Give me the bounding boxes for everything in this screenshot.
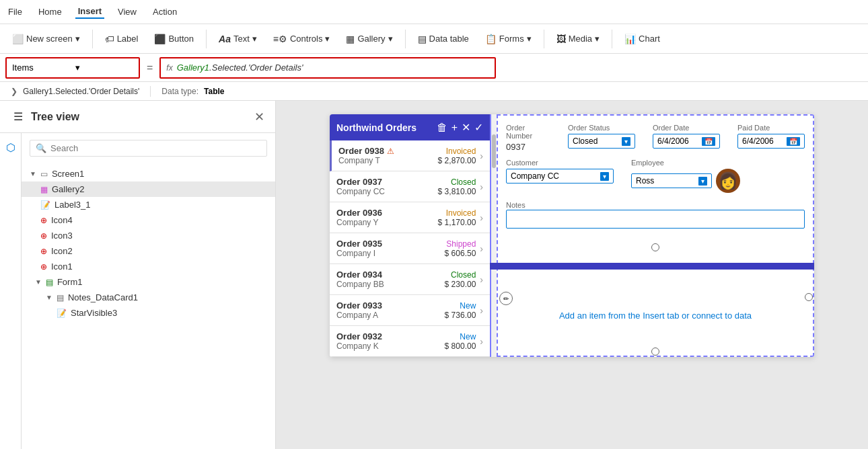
gallery-item-0932-info: Order 0932 Company K <box>336 331 429 351</box>
order-0938-name: Order 0938 <box>338 146 384 156</box>
tree-item-form1[interactable]: ▼ ▤ Form1 <box>22 274 275 290</box>
media-button[interactable]: 🖼 Media ▾ <box>550 31 606 47</box>
form1-label: Form1 <box>57 277 83 287</box>
order-date-input[interactable]: 6/4/2006 📅 <box>653 134 720 149</box>
app-canvas: Northwind Orders 🗑 + ✕ ✓ Ord <box>330 114 814 357</box>
gallery-item-0938-title: Order 0938 ⚠ <box>338 146 429 156</box>
tree-item-icon1[interactable]: ⊕ Icon1 <box>22 259 275 274</box>
search-input[interactable] <box>50 143 261 153</box>
label-button[interactable]: 🏷 Label <box>98 31 145 47</box>
paid-date-input[interactable]: 6/4/2006 📅 <box>737 134 805 149</box>
chart-button[interactable]: 📊 Chart <box>618 31 667 47</box>
gallery-item-0932-right: New $ 800.00 <box>429 332 476 351</box>
tree-item-starvisible[interactable]: 📝 StarVisible3 <box>22 305 275 321</box>
gallery-item-0933-info: Order 0933 Company A <box>336 300 429 320</box>
order-status-input[interactable]: Closed ▾ <box>568 134 635 149</box>
media-btn-label: Media <box>569 34 592 44</box>
new-screen-dropdown-icon: ▾ <box>75 34 80 44</box>
order-0937-amount: $ 3,810.00 <box>438 187 476 196</box>
new-screen-button[interactable]: ⬜ New screen ▾ <box>5 31 87 47</box>
gallery-header-actions: 🗑 + ✕ ✓ <box>437 121 483 134</box>
menu-home[interactable]: Home <box>36 5 65 18</box>
icon3-label: Icon3 <box>51 231 73 241</box>
order-date-cal-icon: 📅 <box>702 137 715 146</box>
button-button[interactable]: ⬛ Button <box>147 31 201 47</box>
order-0937-status: Closed <box>451 177 476 187</box>
delete-button[interactable]: 🗑 <box>437 121 447 134</box>
data-table-button[interactable]: ▤ Data table <box>411 31 476 47</box>
gallery-scrollbar[interactable] <box>491 114 497 357</box>
expand-icon: ▼ <box>30 170 36 177</box>
formula-input[interactable]: fx Gallery1.Selected.'Order Details' <box>159 57 496 79</box>
property-select[interactable]: Items ▾ <box>5 57 140 79</box>
check-button[interactable]: ✓ <box>474 121 483 134</box>
order-date-label: Order Date <box>653 124 720 132</box>
chevron-0936: › <box>480 212 483 223</box>
layers-icon[interactable]: ⬡ <box>3 138 18 157</box>
employee-input[interactable]: Ross ▾ <box>631 173 712 188</box>
gallery-item-0936-right: Invoiced $ 1,170.00 <box>429 208 476 227</box>
customer-input[interactable]: Company CC ▾ <box>506 169 614 183</box>
icon1-tree-icon: ⊕ <box>40 262 47 272</box>
gallery-item-0938[interactable]: Order 0938 ⚠ Company T Invoiced $ 2,870.… <box>330 140 490 171</box>
close-gallery-button[interactable]: ✕ <box>462 121 470 134</box>
tree-item-icon4[interactable]: ⊕ Icon4 <box>22 212 275 228</box>
notes-field: Notes <box>506 200 805 229</box>
gallery-dropdown-icon: ▾ <box>388 34 393 44</box>
screen-tree-icon: ▭ <box>40 169 48 179</box>
forms-icon: 📋 <box>485 34 497 44</box>
sidebar-inner: 🔍 ▼ ▭ Screen1 ▦ Gallery2 <box>22 133 275 449</box>
starvisible-label: StarVisible3 <box>71 308 117 318</box>
gallery-item-0935[interactable]: Order 0935 Company I Shipped $ 606.50 › <box>330 233 490 264</box>
tree-item-icon3[interactable]: ⊕ Icon3 <box>22 228 275 243</box>
datacard-expand-icon: ▼ <box>46 294 52 301</box>
gallery-item-0934[interactable]: Order 0934 Company BB Closed $ 230.00 › <box>330 264 490 295</box>
tree-item-icon2[interactable]: ⊕ Icon2 <box>22 243 275 259</box>
order-status-label: Order Status <box>568 124 635 132</box>
forms-button[interactable]: 📋 Forms ▾ <box>478 31 538 47</box>
order-0933-company: Company A <box>336 311 429 320</box>
sidebar-content: ⬡ 🔍 ▼ ▭ Screen1 ▦ Ga <box>0 133 275 449</box>
tree-item-screen1[interactable]: ▼ ▭ Screen1 <box>22 166 275 181</box>
media-dropdown-icon: ▾ <box>595 34 600 44</box>
order-date-field: Order Date 6/4/2006 📅 <box>653 124 720 152</box>
menu-view[interactable]: View <box>115 5 139 18</box>
chevron-0933: › <box>480 305 483 316</box>
suggestion-bar: ❯ Gallery1.Selected.'Order Details' Data… <box>0 82 868 101</box>
tree-item-gallery2[interactable]: ▦ Gallery2 <box>22 181 275 197</box>
starvisible-tree-icon: 📝 <box>57 309 67 318</box>
gallery-title: Northwind Orders <box>336 122 417 133</box>
order-0932-amount: $ 800.00 <box>445 341 476 351</box>
text-button[interactable]: Aa Text ▾ <box>212 31 264 47</box>
notes-input[interactable] <box>506 210 805 229</box>
tree-item-label3[interactable]: 📝 Label3_1 <box>22 197 275 212</box>
formula-rest: .Selected.'Order Details' <box>209 63 303 73</box>
controls-button[interactable]: ≡⚙ Controls ▾ <box>266 31 337 47</box>
gallery-item-0937[interactable]: Order 0937 Company CC Closed $ 3,810.00 … <box>330 171 490 202</box>
chevron-0934: › <box>480 274 483 285</box>
sidebar-close-button[interactable]: ✕ <box>254 110 264 124</box>
menu-file[interactable]: File <box>5 5 25 18</box>
form-tree-icon: ▤ <box>46 278 53 287</box>
hamburger-icon[interactable]: ☰ <box>11 108 26 126</box>
empty-form-area[interactable]: Add an item from the Insert tab or conne… <box>498 275 813 356</box>
text-icon: Aa <box>219 34 231 44</box>
formula-bar: Items ▾ = fx Gallery1.Selected.'Order De… <box>0 54 868 82</box>
screen-icon: ⬜ <box>12 34 24 44</box>
customer-label: Customer <box>506 159 614 167</box>
gallery-item-0936[interactable]: Order 0936 Company Y Invoiced $ 1,170.00… <box>330 202 490 233</box>
tree-item-notes-datacard[interactable]: ▼ ▤ Notes_DataCard1 <box>22 290 275 305</box>
menu-action[interactable]: Action <box>150 5 180 18</box>
gallery-item-0932[interactable]: Order 0932 Company K New $ 800.00 › <box>330 326 490 357</box>
add-button[interactable]: + <box>451 121 458 134</box>
gallery-item-0937-title: Order 0937 <box>336 177 429 187</box>
employee-value: Ross <box>636 176 654 186</box>
menu-insert[interactable]: Insert <box>75 5 104 19</box>
screen1-label: Screen1 <box>52 169 84 179</box>
search-box[interactable]: 🔍 <box>30 140 267 157</box>
controls-btn-label: Controls <box>290 34 322 44</box>
new-screen-label: New screen <box>26 34 73 44</box>
gallery-button[interactable]: ▦ Gallery ▾ <box>339 31 399 47</box>
data-table-icon: ▤ <box>418 34 427 44</box>
gallery-item-0933[interactable]: Order 0933 Company A New $ 736.00 › <box>330 295 490 326</box>
